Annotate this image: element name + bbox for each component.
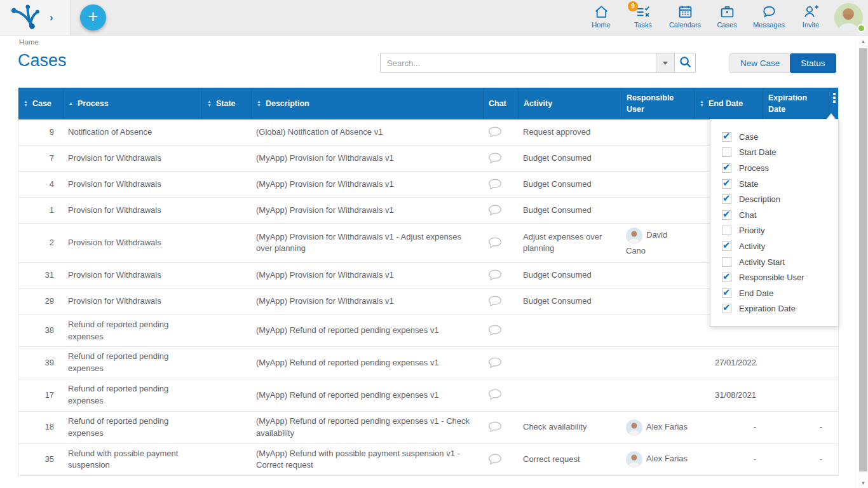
case-description: (MyApp) Refund of reported pending expen… [251,353,483,373]
app-logo-icon[interactable] [9,4,41,32]
checkbox[interactable] [722,241,731,251]
chat-bubble-icon[interactable] [488,357,513,369]
column-menu-button[interactable] [833,93,836,104]
column-header[interactable]: Responsible User [621,88,694,119]
column-picker-item[interactable]: Start Date [710,145,838,161]
column-picker-item[interactable]: Responsible User [710,269,838,285]
chat-bubble-icon[interactable] [488,421,513,433]
status-button[interactable]: Status [790,53,836,73]
column-header-label: Chat [489,98,506,109]
checkbox[interactable] [722,273,731,282]
chat-bubble-icon[interactable] [488,205,513,217]
column-picker-item[interactable]: End Date [710,285,838,301]
responsible-cell [621,180,694,188]
column-header[interactable]: End Date [694,88,763,119]
responsible-avatar [626,227,642,244]
checkbox[interactable] [722,179,731,189]
search-button[interactable] [674,53,695,72]
nav-label: Invite [803,21,819,29]
scroll-up-arrow[interactable]: ▲ [858,37,868,46]
nav-item-cases[interactable]: Cases [710,4,743,29]
chat-cell [483,175,518,194]
column-header-label: State [216,98,236,109]
column-picker-item[interactable]: Activity [710,238,838,254]
column-picker-item[interactable]: Process [710,160,838,176]
case-description: (MyApp) Refund of reported pending expen… [251,412,483,444]
chat-bubble-icon[interactable] [488,269,513,281]
chat-bubble-icon[interactable] [488,126,513,139]
tasks-badge: 9 [628,1,638,11]
search-input[interactable] [381,53,656,72]
checkbox[interactable] [722,288,731,298]
search-options-dropdown-button[interactable] [656,53,674,72]
sidebar-expand-button[interactable]: › [50,11,53,24]
column-picker-item[interactable]: State [710,176,838,192]
nav-item-messages[interactable]: Messages [752,4,785,29]
column-header[interactable]: Case [18,88,63,119]
table-row[interactable]: 39 Refund of reported pending expenses (… [18,347,838,379]
scroll-down-arrow[interactable]: ▼ [858,478,868,488]
home-icon [593,4,609,20]
chat-bubble-icon[interactable] [488,295,513,308]
column-picker-label: Priority [739,226,764,235]
case-number: 4 [18,175,63,194]
column-header[interactable]: State [201,88,251,119]
column-picker-item[interactable]: Expiration Date [710,301,838,317]
chat-bubble-icon[interactable] [488,179,513,191]
checkbox[interactable] [722,210,731,220]
nav-item-tasks[interactable]: 9 Tasks [627,4,660,29]
column-picker-label: Expiration Date [739,304,796,313]
column-picker-item[interactable]: Activity Start [710,254,838,270]
breadcrumb[interactable]: Home [19,38,39,46]
checkbox[interactable] [722,257,731,267]
view-toggle-group: New Case Status [729,53,836,73]
column-header[interactable]: Expiration Date [763,88,829,119]
chat-bubble-icon[interactable] [488,454,513,466]
sort-icon [207,100,212,107]
chat-bubble-icon[interactable] [488,237,513,249]
nav-label: Tasks [634,21,652,29]
activity-name: Budget Consumed [518,175,621,194]
responsible-cell [621,128,694,136]
search-box [380,53,696,73]
scrollbar-thumb[interactable] [859,48,867,471]
row-spacer [829,424,839,431]
column-picker-item[interactable]: Description [710,191,838,207]
process-name: Provision for Withdrawals [63,175,201,194]
briefcase-icon [719,4,735,20]
chat-bubble-icon[interactable] [488,325,513,337]
column-picker-label: Activity Start [739,257,785,267]
chat-bubble-icon[interactable] [488,389,513,401]
checkbox[interactable] [722,163,731,173]
checkbox[interactable] [722,304,731,313]
case-description: (MyApp) Provision for Withdrawals v1 [251,175,483,194]
checkbox[interactable] [722,226,731,235]
checkbox[interactable] [722,194,731,204]
table-row[interactable]: 17 Refund of reported pending expenses (… [18,379,838,412]
nav-item-calendars[interactable]: Calendars [668,4,702,29]
column-picker-label: Activity [739,241,765,251]
column-picker-item[interactable]: Priority [710,223,838,239]
column-header[interactable]: Activity [518,88,621,119]
table-row[interactable]: 35 Refund with possible payment suspensi… [18,444,838,477]
column-picker-item[interactable]: Case [710,129,838,145]
nav-label: Home [592,21,610,29]
checkbox[interactable] [722,147,731,157]
new-item-fab-button[interactable]: + [80,4,106,30]
column-picker-item[interactable]: Chat [710,207,838,223]
sort-icon [700,100,704,107]
column-header[interactable]: Process [63,88,201,119]
sort-icon [257,100,261,107]
end-date [694,327,763,335]
new-case-button[interactable]: New Case [729,53,790,73]
column-header[interactable]: Description [251,88,483,119]
column-header[interactable]: Chat [483,88,518,119]
nav-item-invite[interactable]: Invite [794,4,827,29]
table-row[interactable]: 18 Refund of reported pending expenses (… [18,412,838,444]
nav-item-home[interactable]: Home [585,4,618,29]
vertical-scrollbar[interactable]: ▲ ▼ [858,36,868,488]
responsible-cell [621,272,694,280]
checkbox[interactable] [722,132,731,142]
activity-name: Budget Consumed [518,201,621,220]
chat-bubble-icon[interactable] [488,152,513,165]
